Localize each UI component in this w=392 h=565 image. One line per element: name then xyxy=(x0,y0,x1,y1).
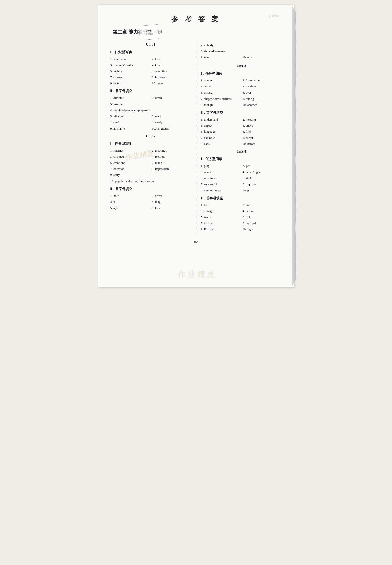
u3s2-a9: 9. each xyxy=(201,141,240,147)
u1s2-a4: 4. provided/produced/prepared xyxy=(110,108,191,113)
u4s1-a1: 1. play xyxy=(201,163,240,169)
top-right-faint: 参考答案 xyxy=(269,15,279,18)
unit1-section1-title: Ⅰ．任务型阅读 xyxy=(110,50,191,54)
u1s1-a2: 2. team xyxy=(152,56,191,62)
unit2-right-grid: 7. nobody 8. shouted/screamed 9. was 10.… xyxy=(201,43,282,60)
u1s1-a7: 7. stressed xyxy=(110,74,150,80)
unit1-section2: Ⅱ．首字母填空 1. difficult 2. death 3. invente… xyxy=(110,89,191,131)
u3s2-a1: 1. understand xyxy=(201,117,240,122)
unit2-s1-grid: 1. Internet 2. greetings 3. changed 4. f… xyxy=(110,148,191,184)
u2s1-a10: 10. popular/welcomed/fashionable xyxy=(110,178,191,184)
u3s1-a8: 8. during xyxy=(242,96,282,102)
u3s1-a1: 1. common xyxy=(201,78,240,83)
unit4-s2-grid: 1. tree 2. hated 3. enough 4. before 5. … xyxy=(201,202,282,232)
u4s2-a8: 8. realized xyxy=(242,221,282,226)
u1s2-a3: 3. invented xyxy=(110,102,150,107)
u2s2-a5: 5. again xyxy=(110,205,150,211)
u3s1-a3: 3. stand xyxy=(201,84,240,89)
unit1-section2-title: Ⅱ．首字母填空 xyxy=(110,89,191,93)
unit1-section1: Ⅰ．任务型阅读 1. happiness 2. team 3. findings… xyxy=(110,50,191,86)
u2s2-a3: 3. it xyxy=(110,199,150,205)
u3s2-a3: 3. expect xyxy=(201,123,240,128)
u4s2-a10: 10. fight xyxy=(242,227,282,232)
unit1-title: Unit 1 xyxy=(110,43,191,47)
unit4-section1-title: Ⅰ．任务型阅读 xyxy=(201,157,282,161)
u1s2-a9: 9. available xyxy=(110,126,150,131)
u2s1-a5: 5. emotions xyxy=(110,160,150,165)
column-divider xyxy=(196,43,196,235)
unit2-section1: Ⅰ．任务型阅读 1. Internet 2. greetings 3. chan… xyxy=(110,142,191,184)
u1s1-a8: 8. increases xyxy=(152,74,191,80)
unit2-section1-title: Ⅰ．任务型阅读 xyxy=(110,142,191,146)
chapter-header: 作业 精灵答案 第二章 能力提升篇 精灵 xyxy=(110,29,282,35)
unit3-section1: Ⅰ．任务型阅读 1. common 2. Introduction 3. sta… xyxy=(201,72,282,107)
u1s2-a10: 10. languages xyxy=(152,126,191,131)
u4s2-a5: 5. water xyxy=(201,215,240,220)
bottom-watermark: 作 业 精 灵 xyxy=(178,269,215,280)
u2s1-a8: 8. impression xyxy=(152,166,191,172)
u2s2-a1: 1. how xyxy=(110,193,150,199)
u3s2-a7: 7. example xyxy=(201,135,240,140)
u2s1-a4: 4. feelings xyxy=(152,154,191,159)
unit3-section1-title: Ⅰ．任务型阅读 xyxy=(201,72,282,76)
u4s2-a1: 1. tree xyxy=(201,202,240,208)
u3s2-a10: 10. before xyxy=(242,141,282,147)
content-area: Unit 1 Ⅰ．任务型阅读 1. happiness 2. team 3. f… xyxy=(110,43,282,235)
u4s2-a7: 7. thirsty xyxy=(201,221,240,226)
u4s2-a9: 9. Finally xyxy=(201,227,240,232)
u3s1-a10: 10. another xyxy=(242,102,282,108)
unit3-section2: Ⅱ．首字母填空 1. understand 2. meeting 3. expe… xyxy=(201,111,282,147)
u4s1-a3: 3. reasons xyxy=(201,169,240,175)
u2r-a8: 8. shouted/screamed xyxy=(201,49,282,54)
u1s1-a10: 10. takes xyxy=(152,81,191,86)
u4s1-a8: 8. improve xyxy=(242,182,282,187)
u1s1-a6: 6. seventies xyxy=(152,69,191,74)
page: 参考答案 参 考 答 案 作业 精灵答案 第二章 能力提升篇 精灵 Unit 1… xyxy=(98,5,294,287)
u2s1-a3: 3. changed xyxy=(110,154,150,159)
unit3-title: Unit 3 xyxy=(201,64,282,68)
unit2-section2: Ⅱ．首字母填空 1. how 2. arrive 3. it 4. rang 5… xyxy=(110,187,191,211)
u3s1-a9: 9. though xyxy=(201,102,240,108)
unit1-s1-grid: 1. happiness 2. team 3. findings/results… xyxy=(110,56,191,86)
u3s2-a4: 4. arrive xyxy=(242,123,282,128)
u4s2-a4: 4. before xyxy=(242,208,282,214)
u3s2-a6: 6. find xyxy=(242,129,282,134)
u2r-a7-spacer xyxy=(242,43,282,48)
u4s1-a9: 9. communicate xyxy=(201,188,240,193)
right-column: 7. nobody 8. shouted/screamed 9. was 10.… xyxy=(196,43,282,235)
u2s2-a2: 2. arrive xyxy=(152,193,191,199)
u4s1-a4: 4. better/higher xyxy=(242,169,282,175)
u2r-a7: 7. nobody xyxy=(201,43,240,48)
u3s1-a4: 4. bamboo xyxy=(242,84,282,89)
u1s1-a1: 1. happiness xyxy=(110,56,150,62)
unit2-title: Unit 2 xyxy=(110,134,191,138)
u1s1-a4: 4. less xyxy=(152,62,191,68)
u2s1-a1: 1. Internet xyxy=(110,148,150,153)
u4s1-a6: 6. skills xyxy=(242,176,282,181)
u4s1-a7: 7. successful xyxy=(201,182,240,187)
u4s2-a6: 6. field xyxy=(242,215,282,220)
u1s2-a1: 1. difficult xyxy=(110,95,150,101)
u4s2-a2: 2. hated xyxy=(242,202,282,208)
u1s2-a5: 5. villages xyxy=(110,114,150,119)
u3s2-a8: 8. prefer xyxy=(242,135,282,140)
u3s2-a5: 5. language xyxy=(201,129,240,134)
stamp-sub: 精灵答案 xyxy=(145,32,153,35)
unit3-s1-grid: 1. common 2. Introduction 3. stand 4. ba… xyxy=(201,78,282,107)
unit2-s1-wrapper: 1. Internet 2. greetings 3. changed 4. f… xyxy=(110,148,191,184)
u4s1-a5: 5. remember xyxy=(201,176,240,181)
u1s2-a2: 2. death xyxy=(152,95,191,101)
unit4-section1: Ⅰ．任务型阅读 1. play 2. get 3. reasons 4. bet… xyxy=(201,157,282,193)
u1s1-a9: 9. better xyxy=(110,81,150,86)
u4s2-a3: 3. enough xyxy=(201,208,240,214)
unit4-title: Unit 4 xyxy=(201,149,282,154)
u2s1-a9: 9. sorry xyxy=(110,172,191,178)
u2s1-a7: 7. occasion xyxy=(110,166,150,172)
u1s2-a6: 6. work xyxy=(152,114,191,119)
main-title: 参 考 答 案 xyxy=(110,15,282,24)
u1s1-a3: 3. findings/results xyxy=(110,62,150,68)
u2s2-a6: 6. least xyxy=(152,205,191,211)
unit4-section2-title: Ⅱ．首字母填空 xyxy=(201,196,282,200)
unit3-section2-title: Ⅱ．首字母填空 xyxy=(201,111,282,115)
u4s1-a10: 10. go xyxy=(242,188,282,193)
